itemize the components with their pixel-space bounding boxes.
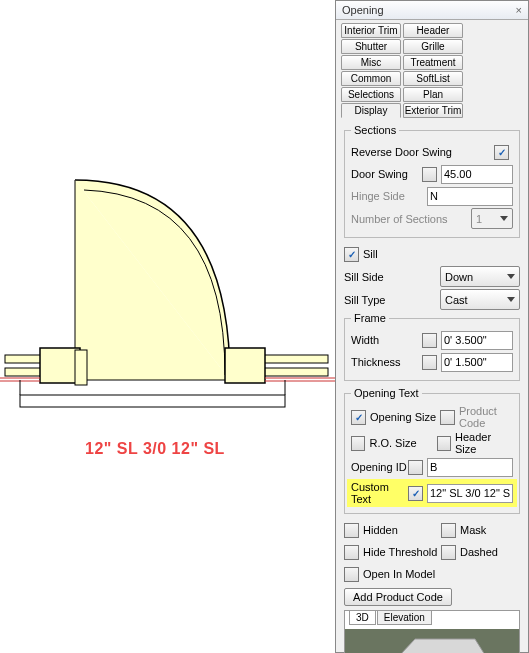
header-size-checkbox[interactable] [437,436,451,451]
custom-text-checkbox[interactable] [408,486,423,501]
reverse-swing-checkbox[interactable] [494,145,509,160]
opening-id-checkbox[interactable] [408,460,423,475]
svg-rect-6 [75,350,87,385]
frame-thickness-input[interactable] [441,353,513,372]
door-swing-checkbox[interactable] [422,167,437,182]
tab-plan[interactable]: Plan [403,87,463,102]
hinge-side-label: Hinge Side [351,190,427,202]
tab-strip: Interior Trim Header Shutter Grille Misc… [336,20,528,118]
reverse-swing-label: Reverse Door Swing [351,146,494,158]
hinge-side-input[interactable] [427,187,513,206]
sill-side-label: Sill Side [344,271,440,283]
frame-thickness-label: Thickness [351,356,422,368]
sill-side-select[interactable]: Down [440,266,520,287]
hidden-checkbox[interactable] [344,523,359,538]
num-sections-select: 1 [471,208,513,229]
preview-tab-3d[interactable]: 3D [349,611,376,625]
tab-common[interactable]: Common [341,71,401,86]
preview-pane: 3D Elevation [344,610,520,653]
preview-tab-elevation[interactable]: Elevation [377,611,432,625]
svg-rect-4 [40,348,80,383]
frame-width-label: Width [351,334,422,346]
dashed-checkbox[interactable] [441,545,456,560]
opening-id-label: Opening ID [351,461,408,473]
tab-shutter[interactable]: Shutter [341,39,401,54]
panel-titlebar: Opening × [336,1,528,20]
tab-display[interactable]: Display [341,103,401,118]
svg-rect-11 [20,395,285,407]
tab-treatment[interactable]: Treatment [403,55,463,70]
opening-panel: Opening × Interior Trim Header Shutter G… [335,0,529,653]
num-sections-label: Number of Sections [351,213,471,225]
door-swing-label: Door Swing [351,168,422,180]
tab-header[interactable]: Header [403,23,463,38]
frame-thickness-checkbox[interactable] [422,355,437,370]
panel-title: Opening [342,4,384,16]
svg-rect-5 [225,348,265,383]
sill-type-select[interactable]: Cast [440,289,520,310]
tab-softlist[interactable]: SoftList [403,71,463,86]
frame-width-checkbox[interactable] [422,333,437,348]
door-swing-input[interactable] [441,165,513,184]
sections-group: Sections Reverse Door Swing Door Swing H… [344,124,520,238]
custom-text-input[interactable] [427,484,513,503]
canvas-opening-label: 12" SL 3/0 12" SL [85,440,285,458]
sill-type-label: Sill Type [344,294,440,306]
close-icon[interactable]: × [516,4,522,16]
frame-group: Frame Width Thickness [344,312,520,381]
opening-size-checkbox[interactable] [351,410,366,425]
add-product-code-button[interactable]: Add Product Code [344,588,452,606]
tab-grille[interactable]: Grille [403,39,463,54]
tab-interior-trim[interactable]: Interior Trim [341,23,401,38]
frame-width-input[interactable] [441,331,513,350]
opening-id-input[interactable] [427,458,513,477]
custom-text-label: Custom Text [351,481,408,505]
sill-label: Sill [363,248,378,260]
tab-selections[interactable]: Selections [341,87,401,102]
sill-checkbox[interactable] [344,247,359,262]
tab-exterior-trim[interactable]: Exterior Trim [403,103,463,118]
ro-size-checkbox[interactable] [351,436,365,451]
open-in-model-checkbox[interactable] [344,567,359,582]
tab-misc[interactable]: Misc [341,55,401,70]
opening-text-group: Opening Text Opening Size Product Code R… [344,387,520,514]
mask-checkbox[interactable] [441,523,456,538]
product-code-checkbox[interactable] [440,410,455,425]
hide-threshold-checkbox[interactable] [344,545,359,560]
